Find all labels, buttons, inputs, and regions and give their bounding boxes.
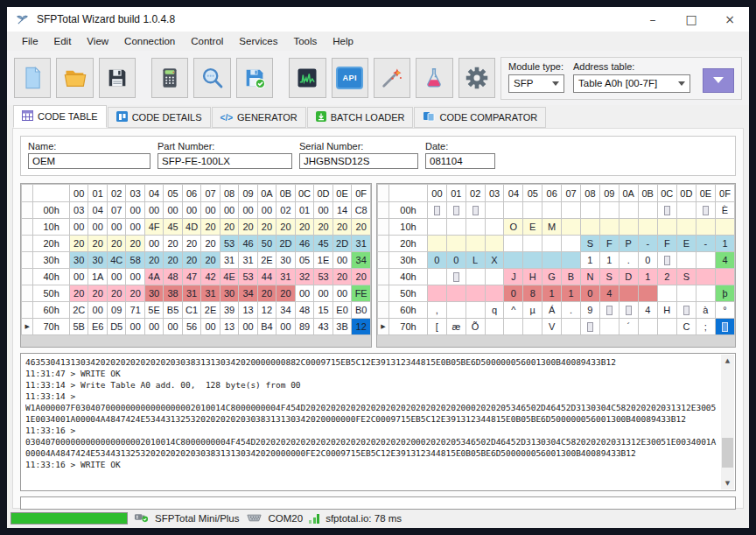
grid-cell[interactable]: 4C — [107, 252, 126, 269]
col-header[interactable]: 0D — [314, 185, 333, 202]
grid-cell[interactable]: 1 — [715, 236, 734, 252]
grid-cell[interactable] — [619, 219, 638, 236]
grid-cell[interactable]: 07 — [107, 202, 126, 219]
grid-cell[interactable]: 44 — [257, 269, 276, 285]
menu-control[interactable]: Control — [183, 36, 231, 46]
save-verified-button[interactable] — [236, 58, 273, 98]
grid-cell[interactable]: 00 — [239, 319, 257, 335]
scroll-thumb[interactable] — [722, 438, 733, 468]
col-header[interactable]: 08 — [580, 185, 599, 202]
tab-code-comparator[interactable]: CODE COMPARATOR — [414, 107, 546, 128]
grid-cell[interactable] — [638, 285, 657, 302]
grid-cell[interactable] — [580, 202, 599, 219]
grid-cell[interactable] — [427, 236, 446, 252]
grid-cell[interactable] — [715, 219, 734, 236]
grid-cell[interactable] — [676, 302, 696, 319]
grid-cell[interactable]: 4E — [220, 269, 238, 285]
grid-cell[interactable]: 20 — [88, 285, 107, 302]
part-number-input[interactable] — [158, 153, 292, 169]
grid-cell[interactable] — [562, 236, 581, 252]
grid-cell[interactable]: È — [715, 202, 734, 219]
grid-cell[interactable]: 20 — [220, 219, 238, 236]
grid-cell[interactable]: D — [619, 269, 638, 285]
grid-cell[interactable]: 00 — [164, 319, 182, 335]
grid-cell[interactable] — [466, 236, 485, 252]
grid-cell[interactable]: 00 — [295, 285, 314, 302]
grid-cell[interactable] — [466, 302, 485, 319]
grid-cell[interactable] — [466, 202, 485, 219]
api-button[interactable]: API — [332, 58, 368, 98]
grid-cell[interactable]: 31 — [276, 269, 296, 285]
grid-cell[interactable]: 46 — [295, 236, 314, 252]
grid-corner[interactable] — [389, 185, 428, 202]
grid-cell[interactable]: 34 — [239, 285, 257, 302]
row-header[interactable]: 50h — [33, 285, 69, 302]
grid-cell[interactable]: 20 — [144, 252, 163, 269]
grid-cell[interactable] — [619, 202, 638, 219]
grid-cell[interactable]: 1 — [638, 269, 657, 285]
open-file-button[interactable] — [56, 58, 93, 98]
grid-cell[interactable]: 00 — [276, 319, 296, 335]
grid-cell[interactable] — [504, 319, 523, 335]
grid-cell[interactable]: E — [523, 219, 542, 236]
grid-cell[interactable]: 1A — [88, 269, 107, 285]
grid-cell[interactable]: 00 — [126, 219, 144, 236]
menu-connection[interactable]: Connection — [116, 36, 183, 46]
col-header[interactable]: 0A — [619, 185, 638, 202]
grid-cell[interactable] — [619, 302, 638, 319]
grid-cell[interactable] — [715, 319, 734, 335]
date-input[interactable] — [425, 153, 495, 169]
col-header[interactable]: 03 — [485, 185, 504, 202]
row-header[interactable]: 40h — [33, 269, 69, 285]
row-header[interactable]: 00h — [33, 202, 69, 219]
grid-cell[interactable] — [427, 269, 446, 285]
grid-cell[interactable] — [466, 219, 485, 236]
grid-cell[interactable]: 20 — [332, 219, 352, 236]
grid-cell[interactable] — [562, 319, 581, 335]
grid-cell[interactable]: µ — [523, 302, 542, 319]
row-header[interactable]: 50h — [389, 285, 428, 302]
col-header[interactable]: 0A — [257, 185, 276, 202]
grid-cell[interactable]: V — [542, 319, 562, 335]
col-header[interactable]: 06 — [542, 185, 562, 202]
col-header[interactable]: 09 — [599, 185, 619, 202]
grid-cell[interactable]: 20 — [164, 236, 182, 252]
grid-cell[interactable]: 1 — [599, 252, 619, 269]
grid-cell[interactable]: [ — [427, 319, 446, 335]
grid-cell[interactable] — [523, 252, 542, 269]
grid-cell[interactable]: 32 — [295, 269, 314, 285]
row-header[interactable]: 70h — [389, 319, 428, 335]
grid-cell[interactable]: 00 — [69, 219, 88, 236]
menu-services[interactable]: Services — [231, 36, 285, 46]
grid-cell[interactable]: 39 — [220, 302, 238, 319]
grid-cell[interactable] — [657, 219, 676, 236]
grid-cell[interactable]: S — [676, 269, 696, 285]
grid-cell[interactable]: 00 — [239, 202, 257, 219]
grid-cell[interactable]: ° — [715, 302, 734, 319]
grid-cell[interactable]: B — [562, 269, 581, 285]
grid-cell[interactable] — [657, 202, 676, 219]
row-header[interactable]: 20h — [33, 236, 69, 252]
row-header[interactable]: 40h — [389, 269, 428, 285]
grid-cell[interactable]: 47 — [182, 269, 201, 285]
grid-cell[interactable]: 20 — [257, 285, 276, 302]
grid-cell[interactable]: H — [523, 269, 542, 285]
grid-cell[interactable] — [542, 236, 562, 252]
grid-cell[interactable]: G — [542, 269, 562, 285]
col-header[interactable]: 07 — [201, 185, 220, 202]
grid-cell[interactable]: 20 — [182, 236, 201, 252]
grid-cell[interactable]: D5 — [107, 319, 126, 335]
grid-cell[interactable]: 00 — [257, 202, 276, 219]
grid-cell[interactable] — [696, 202, 715, 219]
grid-cell[interactable]: 4 — [715, 252, 734, 269]
grid-cell[interactable]: 2E — [257, 252, 276, 269]
grid-cell[interactable]: 58 — [126, 252, 144, 269]
grid-cell[interactable]: 13 — [239, 302, 257, 319]
grid-cell[interactable]: 2E — [201, 302, 220, 319]
grid-cell[interactable] — [466, 269, 485, 285]
command-input[interactable] — [20, 496, 736, 510]
grid-cell[interactable]: 89 — [295, 319, 314, 335]
grid-cell[interactable]: 00 — [144, 202, 163, 219]
grid-cell[interactable]: 13 — [220, 319, 238, 335]
grid-cell[interactable]: X — [485, 252, 504, 269]
